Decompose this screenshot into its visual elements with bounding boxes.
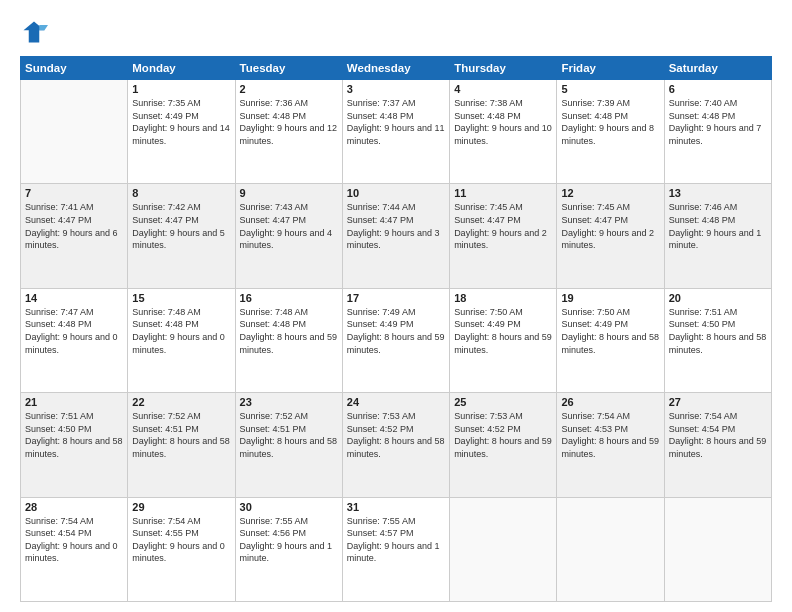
- day-number: 28: [25, 501, 123, 513]
- day-detail: Sunrise: 7:35 AMSunset: 4:49 PMDaylight:…: [132, 97, 230, 147]
- calendar-week-row: 1Sunrise: 7:35 AMSunset: 4:49 PMDaylight…: [21, 80, 772, 184]
- day-detail: Sunrise: 7:39 AMSunset: 4:48 PMDaylight:…: [561, 97, 659, 147]
- day-detail: Sunrise: 7:45 AMSunset: 4:47 PMDaylight:…: [561, 201, 659, 251]
- day-number: 25: [454, 396, 552, 408]
- calendar-cell: 20Sunrise: 7:51 AMSunset: 4:50 PMDayligh…: [664, 288, 771, 392]
- calendar-cell: [664, 497, 771, 601]
- calendar-cell: 10Sunrise: 7:44 AMSunset: 4:47 PMDayligh…: [342, 184, 449, 288]
- day-detail: Sunrise: 7:48 AMSunset: 4:48 PMDaylight:…: [240, 306, 338, 356]
- day-number: 15: [132, 292, 230, 304]
- day-number: 13: [669, 187, 767, 199]
- calendar-week-row: 28Sunrise: 7:54 AMSunset: 4:54 PMDayligh…: [21, 497, 772, 601]
- day-number: 18: [454, 292, 552, 304]
- day-detail: Sunrise: 7:37 AMSunset: 4:48 PMDaylight:…: [347, 97, 445, 147]
- day-detail: Sunrise: 7:55 AMSunset: 4:56 PMDaylight:…: [240, 515, 338, 565]
- calendar-cell: 16Sunrise: 7:48 AMSunset: 4:48 PMDayligh…: [235, 288, 342, 392]
- calendar-cell: 25Sunrise: 7:53 AMSunset: 4:52 PMDayligh…: [450, 393, 557, 497]
- day-number: 8: [132, 187, 230, 199]
- day-detail: Sunrise: 7:51 AMSunset: 4:50 PMDaylight:…: [669, 306, 767, 356]
- day-number: 5: [561, 83, 659, 95]
- calendar-cell: 2Sunrise: 7:36 AMSunset: 4:48 PMDaylight…: [235, 80, 342, 184]
- calendar-cell: 11Sunrise: 7:45 AMSunset: 4:47 PMDayligh…: [450, 184, 557, 288]
- day-number: 1: [132, 83, 230, 95]
- calendar-cell: 31Sunrise: 7:55 AMSunset: 4:57 PMDayligh…: [342, 497, 449, 601]
- day-detail: Sunrise: 7:54 AMSunset: 4:54 PMDaylight:…: [669, 410, 767, 460]
- day-number: 12: [561, 187, 659, 199]
- day-number: 30: [240, 501, 338, 513]
- calendar-cell: 7Sunrise: 7:41 AMSunset: 4:47 PMDaylight…: [21, 184, 128, 288]
- calendar-cell: [21, 80, 128, 184]
- day-number: 11: [454, 187, 552, 199]
- day-detail: Sunrise: 7:54 AMSunset: 4:54 PMDaylight:…: [25, 515, 123, 565]
- day-detail: Sunrise: 7:52 AMSunset: 4:51 PMDaylight:…: [240, 410, 338, 460]
- day-number: 10: [347, 187, 445, 199]
- day-number: 6: [669, 83, 767, 95]
- weekday-row: SundayMondayTuesdayWednesdayThursdayFrid…: [21, 57, 772, 80]
- calendar-cell: 17Sunrise: 7:49 AMSunset: 4:49 PMDayligh…: [342, 288, 449, 392]
- calendar-cell: 6Sunrise: 7:40 AMSunset: 4:48 PMDaylight…: [664, 80, 771, 184]
- day-number: 29: [132, 501, 230, 513]
- calendar-cell: 29Sunrise: 7:54 AMSunset: 4:55 PMDayligh…: [128, 497, 235, 601]
- calendar: SundayMondayTuesdayWednesdayThursdayFrid…: [20, 56, 772, 602]
- logo: [20, 18, 52, 46]
- calendar-cell: 1Sunrise: 7:35 AMSunset: 4:49 PMDaylight…: [128, 80, 235, 184]
- weekday-header: Wednesday: [342, 57, 449, 80]
- day-detail: Sunrise: 7:54 AMSunset: 4:55 PMDaylight:…: [132, 515, 230, 565]
- day-number: 9: [240, 187, 338, 199]
- day-detail: Sunrise: 7:41 AMSunset: 4:47 PMDaylight:…: [25, 201, 123, 251]
- calendar-cell: 3Sunrise: 7:37 AMSunset: 4:48 PMDaylight…: [342, 80, 449, 184]
- weekday-header: Sunday: [21, 57, 128, 80]
- day-detail: Sunrise: 7:55 AMSunset: 4:57 PMDaylight:…: [347, 515, 445, 565]
- day-number: 19: [561, 292, 659, 304]
- day-detail: Sunrise: 7:38 AMSunset: 4:48 PMDaylight:…: [454, 97, 552, 147]
- page: SundayMondayTuesdayWednesdayThursdayFrid…: [0, 0, 792, 612]
- calendar-cell: 15Sunrise: 7:48 AMSunset: 4:48 PMDayligh…: [128, 288, 235, 392]
- weekday-header: Monday: [128, 57, 235, 80]
- weekday-header: Tuesday: [235, 57, 342, 80]
- calendar-cell: 19Sunrise: 7:50 AMSunset: 4:49 PMDayligh…: [557, 288, 664, 392]
- day-detail: Sunrise: 7:53 AMSunset: 4:52 PMDaylight:…: [347, 410, 445, 460]
- day-detail: Sunrise: 7:46 AMSunset: 4:48 PMDaylight:…: [669, 201, 767, 251]
- day-number: 20: [669, 292, 767, 304]
- day-number: 23: [240, 396, 338, 408]
- svg-marker-1: [39, 25, 48, 30]
- day-detail: Sunrise: 7:42 AMSunset: 4:47 PMDaylight:…: [132, 201, 230, 251]
- calendar-cell: 30Sunrise: 7:55 AMSunset: 4:56 PMDayligh…: [235, 497, 342, 601]
- svg-marker-0: [24, 22, 45, 43]
- calendar-cell: 13Sunrise: 7:46 AMSunset: 4:48 PMDayligh…: [664, 184, 771, 288]
- header: [20, 18, 772, 46]
- day-detail: Sunrise: 7:44 AMSunset: 4:47 PMDaylight:…: [347, 201, 445, 251]
- day-number: 3: [347, 83, 445, 95]
- day-number: 22: [132, 396, 230, 408]
- calendar-cell: 28Sunrise: 7:54 AMSunset: 4:54 PMDayligh…: [21, 497, 128, 601]
- day-detail: Sunrise: 7:52 AMSunset: 4:51 PMDaylight:…: [132, 410, 230, 460]
- calendar-cell: 4Sunrise: 7:38 AMSunset: 4:48 PMDaylight…: [450, 80, 557, 184]
- calendar-cell: 24Sunrise: 7:53 AMSunset: 4:52 PMDayligh…: [342, 393, 449, 497]
- calendar-body: 1Sunrise: 7:35 AMSunset: 4:49 PMDaylight…: [21, 80, 772, 602]
- logo-icon: [20, 18, 48, 46]
- day-detail: Sunrise: 7:48 AMSunset: 4:48 PMDaylight:…: [132, 306, 230, 356]
- day-number: 4: [454, 83, 552, 95]
- calendar-cell: 22Sunrise: 7:52 AMSunset: 4:51 PMDayligh…: [128, 393, 235, 497]
- day-detail: Sunrise: 7:43 AMSunset: 4:47 PMDaylight:…: [240, 201, 338, 251]
- weekday-header: Thursday: [450, 57, 557, 80]
- day-detail: Sunrise: 7:45 AMSunset: 4:47 PMDaylight:…: [454, 201, 552, 251]
- calendar-week-row: 14Sunrise: 7:47 AMSunset: 4:48 PMDayligh…: [21, 288, 772, 392]
- calendar-header: SundayMondayTuesdayWednesdayThursdayFrid…: [21, 57, 772, 80]
- day-detail: Sunrise: 7:51 AMSunset: 4:50 PMDaylight:…: [25, 410, 123, 460]
- calendar-cell: 21Sunrise: 7:51 AMSunset: 4:50 PMDayligh…: [21, 393, 128, 497]
- calendar-cell: 12Sunrise: 7:45 AMSunset: 4:47 PMDayligh…: [557, 184, 664, 288]
- calendar-cell: 26Sunrise: 7:54 AMSunset: 4:53 PMDayligh…: [557, 393, 664, 497]
- calendar-week-row: 21Sunrise: 7:51 AMSunset: 4:50 PMDayligh…: [21, 393, 772, 497]
- day-detail: Sunrise: 7:50 AMSunset: 4:49 PMDaylight:…: [454, 306, 552, 356]
- day-detail: Sunrise: 7:50 AMSunset: 4:49 PMDaylight:…: [561, 306, 659, 356]
- day-detail: Sunrise: 7:40 AMSunset: 4:48 PMDaylight:…: [669, 97, 767, 147]
- day-number: 17: [347, 292, 445, 304]
- day-detail: Sunrise: 7:53 AMSunset: 4:52 PMDaylight:…: [454, 410, 552, 460]
- day-number: 16: [240, 292, 338, 304]
- weekday-header: Friday: [557, 57, 664, 80]
- day-number: 27: [669, 396, 767, 408]
- day-number: 24: [347, 396, 445, 408]
- day-detail: Sunrise: 7:54 AMSunset: 4:53 PMDaylight:…: [561, 410, 659, 460]
- calendar-cell: 8Sunrise: 7:42 AMSunset: 4:47 PMDaylight…: [128, 184, 235, 288]
